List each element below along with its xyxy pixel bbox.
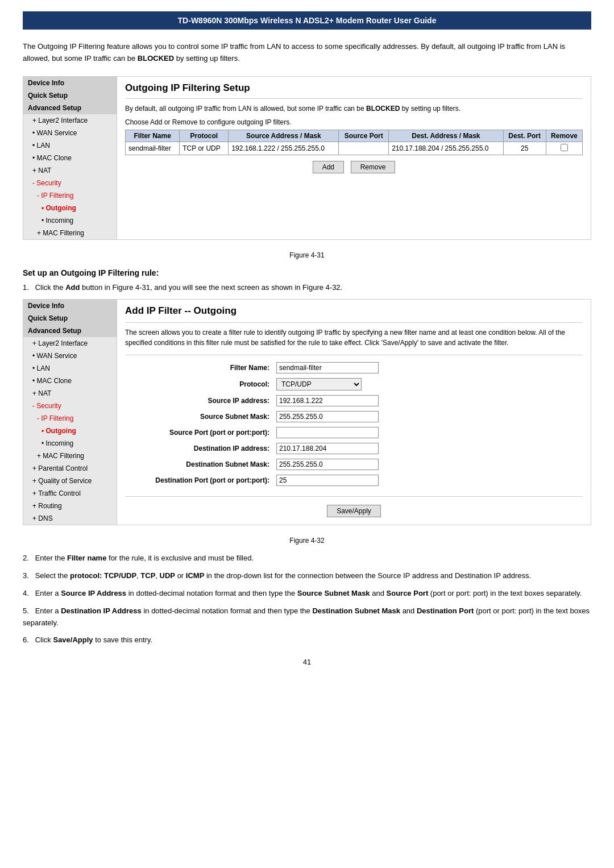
- form-row-dest-port: Destination Port (port or port:port):: [125, 472, 583, 488]
- sidebar2-incoming[interactable]: • Incoming: [23, 437, 117, 450]
- step2-para: 2. Enter the Filter name for the rule, i…: [23, 553, 591, 564]
- src-ip-label: Source IP address:: [125, 393, 273, 409]
- set-up-heading: Set up an Outgoing IP Filtering rule:: [23, 268, 591, 277]
- protocol-value-cell: TCP/UDP TCP UDP ICMP: [273, 376, 583, 393]
- form-row-filter-name: Filter Name:: [125, 360, 583, 376]
- sidebar2-mac-filtering[interactable]: + MAC Filtering: [23, 450, 117, 462]
- sidebar-lan[interactable]: • LAN: [23, 139, 117, 152]
- sidebar2-security[interactable]: - Security: [23, 400, 117, 412]
- filter-btn-row: Add Remove: [125, 161, 583, 173]
- dest-ip-value-cell: [273, 441, 583, 456]
- src-ip-input[interactable]: [276, 395, 379, 406]
- choose-text: Choose Add or Remove to configure outgoi…: [125, 118, 583, 126]
- figure1-block: Device Info Quick Setup Advanced Setup +…: [23, 76, 591, 240]
- sidebar-device-info[interactable]: Device Info: [23, 77, 117, 89]
- cell-source-addr: 192.168.1.222 / 255.255.255.0: [229, 142, 339, 155]
- figure2-block: Device Info Quick Setup Advanced Setup +…: [23, 299, 591, 525]
- step3-para: 3. Select the protocol: TCP/UDP, TCP, UD…: [23, 570, 591, 582]
- cell-protocol: TCP or UDP: [180, 142, 229, 155]
- sidebar-layer2[interactable]: + Layer2 Interface: [23, 114, 117, 127]
- filter-name-label: Filter Name:: [125, 360, 273, 376]
- src-mask-value-cell: [273, 409, 583, 425]
- form-row-src-ip: Source IP address:: [125, 393, 583, 409]
- dest-ip-input[interactable]: [276, 443, 379, 454]
- sidebar2-lan[interactable]: • LAN: [23, 362, 117, 375]
- figure1-label: Figure 4-31: [23, 251, 591, 259]
- sidebar2-mac-clone[interactable]: • MAC Clone: [23, 375, 117, 387]
- sidebar2-parental-control[interactable]: + Parental Control: [23, 462, 117, 475]
- sidebar-incoming[interactable]: • Incoming: [23, 214, 117, 227]
- col-source-port: Source Port: [339, 130, 389, 142]
- src-mask-input[interactable]: [276, 411, 379, 422]
- src-port-input[interactable]: [276, 427, 379, 438]
- sidebar-2: Device Info Quick Setup Advanced Setup +…: [23, 300, 117, 525]
- save-btn-row: Save/Apply: [125, 505, 583, 517]
- figure1-main: Outgoing IP Filtering Setup By default, …: [117, 77, 591, 239]
- page-number: 41: [23, 658, 591, 666]
- src-port-value-cell: [273, 425, 583, 441]
- form-row-dest-ip: Destination IP address:: [125, 441, 583, 456]
- protocol-label: Protocol:: [125, 376, 273, 393]
- sidebar-mac-clone[interactable]: • MAC Clone: [23, 152, 117, 164]
- dest-mask-value-cell: [273, 456, 583, 472]
- form-row-src-port: Source Port (port or port:port):: [125, 425, 583, 441]
- figure2-main: Add IP Filter -- Outgoing The screen all…: [117, 300, 591, 525]
- cell-dest-port: 25: [503, 142, 546, 155]
- protocol-select[interactable]: TCP/UDP TCP UDP ICMP: [276, 378, 362, 391]
- figure2-title: Add IP Filter -- Outgoing: [125, 305, 583, 317]
- sidebar2-wan-service[interactable]: • WAN Service: [23, 350, 117, 362]
- form-row-protocol: Protocol: TCP/UDP TCP UDP ICMP: [125, 376, 583, 393]
- sidebar2-ip-filtering[interactable]: - IP Filtering: [23, 412, 117, 425]
- dest-mask-input[interactable]: [276, 459, 379, 470]
- sidebar-outgoing[interactable]: • Outgoing: [23, 202, 117, 214]
- figure2-label: Figure 4-32: [23, 537, 591, 545]
- sidebar2-device-info[interactable]: Device Info: [23, 300, 117, 312]
- remove-button[interactable]: Remove: [351, 161, 396, 173]
- sidebar2-nat[interactable]: + NAT: [23, 387, 117, 400]
- dest-port-input[interactable]: [276, 475, 379, 486]
- cell-source-port: [339, 142, 389, 155]
- cell-remove-checkbox[interactable]: [546, 142, 582, 155]
- page-header: TD-W8960N 300Mbps Wireless N ADSL2+ Mode…: [23, 11, 591, 30]
- sidebar-mac-filtering[interactable]: + MAC Filtering: [23, 227, 117, 239]
- sidebar-1: Device Info Quick Setup Advanced Setup +…: [23, 77, 117, 239]
- sidebar-nat[interactable]: + NAT: [23, 164, 117, 177]
- filter-name-input[interactable]: [276, 362, 379, 373]
- sidebar2-traffic-control[interactable]: + Traffic Control: [23, 487, 117, 500]
- add-button[interactable]: Add: [313, 161, 344, 173]
- sidebar2-dns[interactable]: + DNS: [23, 512, 117, 525]
- col-dest-port: Dest. Port: [503, 130, 546, 142]
- dest-port-value-cell: [273, 472, 583, 488]
- sidebar2-qos[interactable]: + Quality of Service: [23, 475, 117, 487]
- col-filter-name: Filter Name: [126, 130, 180, 142]
- sidebar-quick-setup[interactable]: Quick Setup: [23, 89, 117, 102]
- filter-name-value-cell: [273, 360, 583, 376]
- sidebar-wan-service[interactable]: • WAN Service: [23, 127, 117, 139]
- src-mask-label: Source Subnet Mask:: [125, 409, 273, 425]
- figure2-info: The screen allows you to create a filter…: [125, 327, 583, 348]
- step1-para: 1. Click the Add button in Figure 4-31, …: [23, 282, 591, 294]
- step6-para: 6. Click Save/Apply to save this entry.: [23, 634, 591, 646]
- sidebar-ip-filtering[interactable]: - IP Filtering: [23, 189, 117, 202]
- col-protocol: Protocol: [180, 130, 229, 142]
- sidebar2-routing[interactable]: + Routing: [23, 500, 117, 512]
- sidebar2-outgoing[interactable]: • Outgoing: [23, 425, 117, 437]
- table-row: sendmail-filter TCP or UDP 192.168.1.222…: [126, 142, 583, 155]
- filter-table: Filter Name Protocol Source Address / Ma…: [125, 130, 583, 155]
- figure1-title: Outgoing IP Filtering Setup: [125, 82, 583, 94]
- sidebar-advanced-setup[interactable]: Advanced Setup: [23, 102, 117, 114]
- col-dest-addr: Dest. Address / Mask: [389, 130, 503, 142]
- sidebar2-layer2[interactable]: + Layer2 Interface: [23, 337, 117, 350]
- save-apply-button[interactable]: Save/Apply: [327, 505, 381, 517]
- step4-para: 4. Enter a Source IP Address in dotted-d…: [23, 588, 591, 600]
- sidebar2-quick-setup[interactable]: Quick Setup: [23, 312, 117, 325]
- sidebar2-advanced-setup[interactable]: Advanced Setup: [23, 325, 117, 337]
- src-port-label: Source Port (port or port:port):: [125, 425, 273, 441]
- cell-filter-name: sendmail-filter: [126, 142, 180, 155]
- remove-checkbox[interactable]: [561, 144, 568, 151]
- sidebar-security[interactable]: - Security: [23, 177, 117, 189]
- col-source-addr: Source Address / Mask: [229, 130, 339, 142]
- intro-paragraph: The Outgoing IP Filtering feature allows…: [23, 41, 591, 65]
- dest-mask-label: Destination Subnet Mask:: [125, 456, 273, 472]
- form-row-src-mask: Source Subnet Mask:: [125, 409, 583, 425]
